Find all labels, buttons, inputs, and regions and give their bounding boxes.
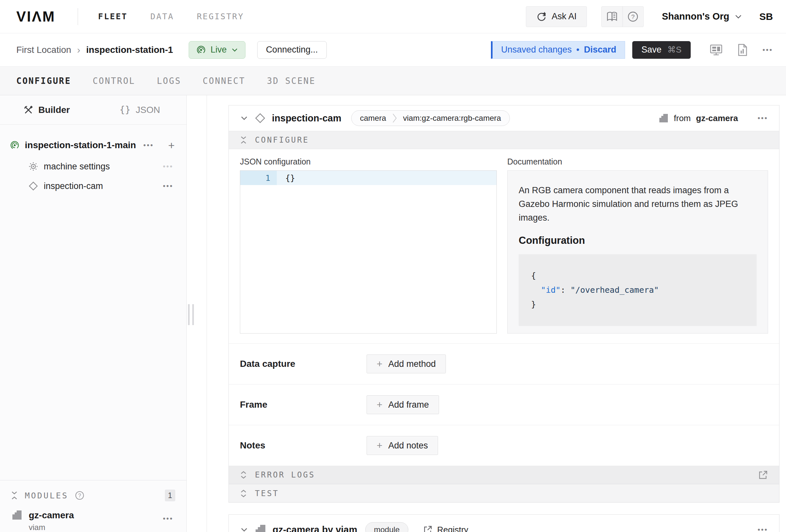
builder-mode-button[interactable]: Builder	[0, 95, 93, 124]
json-config-label: JSON configuration	[240, 157, 497, 166]
save-button[interactable]: Save ⌘S	[632, 41, 691, 59]
top-nav-links: FLEET DATA REGISTRY	[98, 12, 244, 21]
chevron-down-icon[interactable]	[240, 115, 248, 121]
nav-link-registry[interactable]: REGISTRY	[197, 12, 244, 21]
test-section-bar[interactable]: TEST	[229, 484, 779, 502]
json-mode-button[interactable]: {} JSON	[93, 95, 187, 124]
plus-icon: +	[377, 400, 383, 410]
data-capture-label: Data capture	[240, 359, 367, 369]
chevron-down-icon[interactable]	[240, 527, 248, 532]
ask-ai-label: Ask AI	[552, 11, 577, 22]
question-circle-icon[interactable]: ?	[75, 490, 85, 500]
external-link-icon[interactable]	[758, 470, 768, 480]
add-frame-button[interactable]: + Add frame	[367, 395, 439, 414]
component-tree: inspection-station-1-main ••• + machine …	[0, 125, 186, 480]
save-label: Save	[641, 45, 662, 55]
component-overflow-menu[interactable]: •••	[758, 114, 768, 122]
tree-item-machine-settings[interactable]: machine settings •••	[0, 157, 186, 176]
modules-header: MODULES ? 1	[0, 487, 186, 504]
error-logs-section-bar[interactable]: ERROR LOGS	[229, 466, 779, 484]
tab-3d-scene[interactable]: 3D SCENE	[267, 76, 316, 86]
help-button[interactable]: ?	[622, 6, 643, 27]
machine-settings-overflow-menu[interactable]: •••	[163, 162, 173, 171]
chevron-down-icon	[735, 14, 742, 19]
viam-logo[interactable]: VIΛM	[16, 8, 55, 25]
report-document-icon[interactable]	[737, 43, 748, 56]
tab-connect[interactable]: CONNECT	[203, 76, 246, 86]
documentation-panel[interactable]: An RGB camera component that reads image…	[507, 170, 768, 333]
machine-tabs: CONFIGURE CONTROL LOGS CONNECT 3D SCENE	[0, 66, 786, 95]
add-component-button[interactable]: +	[168, 140, 175, 151]
gear-icon	[29, 162, 38, 171]
inspection-cam-label: inspection-cam	[44, 181, 157, 191]
configure-section-label: CONFIGURE	[255, 135, 309, 145]
nav-link-data[interactable]: DATA	[151, 12, 174, 21]
connecting-label: Connecting...	[266, 45, 318, 55]
tab-configure[interactable]: CONFIGURE	[16, 76, 71, 86]
registry-link[interactable]: Registry	[423, 525, 468, 532]
expand-vertical-icon	[240, 489, 247, 498]
module-overflow-menu[interactable]: •••	[163, 514, 173, 523]
module-names: gz-camera viam	[29, 510, 156, 532]
component-diamond-icon	[255, 113, 265, 123]
frame-label: Frame	[240, 399, 367, 410]
live-status-label: Live	[210, 45, 227, 55]
machine-bar-icons: •••	[710, 43, 773, 56]
org-name: Shannon's Org	[662, 11, 730, 22]
config-sidebar: Builder {} JSON inspection	[0, 95, 187, 532]
machine-part-icon	[10, 140, 20, 150]
user-avatar[interactable]: SB	[759, 11, 773, 22]
machine-status-dropdown[interactable]: Live	[189, 41, 246, 59]
nav-link-fleet[interactable]: FLEET	[98, 12, 128, 21]
module-card-title: gz-camera by viam	[273, 525, 357, 532]
discard-button[interactable]: Discard	[584, 45, 616, 55]
main-part-name: inspection-station-1-main	[25, 140, 138, 151]
expand-vertical-icon	[240, 470, 247, 480]
org-switcher[interactable]: Shannon's Org	[662, 11, 743, 22]
add-notes-label: Add notes	[388, 441, 428, 451]
add-frame-label: Add frame	[388, 400, 429, 410]
configuration-heading: Configuration	[519, 235, 757, 247]
test-label: TEST	[255, 489, 279, 498]
module-org: viam	[29, 523, 156, 532]
configure-section-bar[interactable]: CONFIGURE	[229, 131, 779, 149]
breadcrumb-location[interactable]: First Location	[16, 45, 71, 55]
json-config-editor[interactable]: 1 {}	[240, 170, 497, 333]
docs-button[interactable]	[602, 6, 622, 27]
external-link-icon	[423, 525, 433, 532]
frame-section: Frame + Add frame	[229, 384, 779, 425]
configure-section-body: JSON configuration 1 {} Documentation An…	[229, 149, 779, 343]
sidebar-resize-handle[interactable]	[188, 304, 194, 325]
part-overflow-menu[interactable]: •••	[143, 141, 154, 149]
tab-control[interactable]: CONTROL	[93, 76, 136, 86]
json-config-column: JSON configuration 1 {}	[240, 157, 497, 333]
notes-label: Notes	[240, 440, 367, 451]
add-notes-button[interactable]: + Add notes	[367, 436, 438, 455]
code-value: "/overhead_camera"	[570, 285, 659, 295]
editor-line[interactable]: 1 {}	[240, 171, 496, 185]
editor-line-number: 1	[240, 171, 277, 185]
component-card-header: inspection-cam camera viam:gz-camera:rgb…	[229, 106, 779, 131]
tree-main-part[interactable]: inspection-station-1-main ••• +	[0, 134, 186, 157]
tab-logs[interactable]: LOGS	[157, 76, 181, 86]
modules-count-badge: 1	[165, 490, 175, 501]
add-method-label: Add method	[388, 359, 436, 369]
viam-app: VIΛM FLEET DATA REGISTRY Ask AI	[0, 0, 786, 532]
add-method-button[interactable]: + Add method	[367, 354, 446, 373]
inspection-cam-overflow-menu[interactable]: •••	[163, 182, 173, 190]
tree-item-inspection-cam[interactable]: inspection-cam •••	[0, 176, 186, 196]
documentation-label: Documentation	[507, 157, 768, 166]
collapse-vertical-icon[interactable]	[10, 490, 18, 500]
bullet-separator: •	[576, 45, 579, 55]
module-list-item[interactable]: gz-camera viam •••	[0, 504, 186, 532]
machine-overflow-menu[interactable]: •••	[763, 46, 773, 54]
breadcrumb-machine-name: inspection-station-1	[86, 45, 173, 55]
connecting-button[interactable]: Connecting...	[257, 41, 327, 59]
monitor-dashboard-icon[interactable]	[710, 44, 723, 56]
module-card-overflow-menu[interactable]: •••	[758, 526, 768, 532]
svg-text:?: ?	[78, 493, 81, 499]
error-logs-label: ERROR LOGS	[255, 470, 315, 480]
collapse-vertical-icon	[240, 135, 247, 145]
code-key: "id"	[541, 285, 560, 295]
ask-ai-button[interactable]: Ask AI	[526, 6, 587, 27]
